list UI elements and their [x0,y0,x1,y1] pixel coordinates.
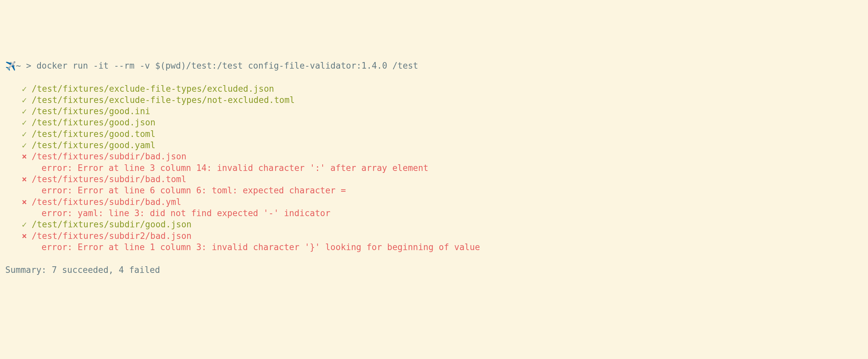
check-icon: ✓ [22,106,32,117]
result-line: ✓/test/fixtures/subdir/good.json [5,219,863,230]
error-message: error: Error at line 3 column 14: invali… [5,162,863,173]
error-message: error: Error at line 1 column 3: invalid… [5,242,863,253]
terminal-output: ✈️~ > docker run -it --rm -v $(pwd)/test… [5,49,863,287]
command-text: docker run -it --rm -v $(pwd)/test:/test… [37,61,418,71]
file-path: /test/fixtures/subdir/good.json [32,219,191,229]
result-line: ✓/test/fixtures/good.toml [5,128,863,140]
file-path: /test/fixtures/subdir/bad.json [32,151,187,161]
results-list: ✓/test/fixtures/exclude-file-types/exclu… [5,83,863,253]
check-icon: ✓ [22,94,32,106]
result-line: ✓/test/fixtures/good.yaml [5,140,863,151]
file-path: /test/fixtures/good.yaml [32,140,156,150]
error-message: error: Error at line 6 column 6: toml: e… [5,185,863,196]
check-icon: ✓ [22,117,32,128]
check-icon: ✓ [22,128,32,140]
file-path: /test/fixtures/good.toml [32,129,156,139]
prompt-prefix: ~ > [16,61,37,71]
file-path: /test/fixtures/exclude-file-types/exclud… [32,84,274,94]
file-path: /test/fixtures/good.json [32,117,156,127]
cross-icon: × [22,196,32,208]
airplane-icon: ✈️ [5,60,16,72]
result-line: ×/test/fixtures/subdir2/bad.json [5,230,863,242]
check-icon: ✓ [22,83,32,94]
cross-icon: × [22,173,32,185]
prompt-line: ✈️~ > docker run -it --rm -v $(pwd)/test… [5,60,863,72]
result-line: ✓/test/fixtures/exclude-file-types/not-e… [5,94,863,106]
cross-icon: × [22,151,32,162]
result-line: ×/test/fixtures/subdir/bad.toml [5,173,863,185]
file-path: /test/fixtures/subdir/bad.yml [32,197,181,207]
file-path: /test/fixtures/subdir/bad.toml [32,174,187,184]
result-line: ✓/test/fixtures/good.json [5,117,863,128]
result-line: ✓/test/fixtures/exclude-file-types/exclu… [5,83,863,94]
check-icon: ✓ [22,219,32,230]
file-path: /test/fixtures/good.ini [32,106,150,116]
error-message: error: yaml: line 3: did not find expect… [5,208,863,219]
file-path: /test/fixtures/subdir2/bad.json [32,231,191,241]
result-line: ×/test/fixtures/subdir/bad.json [5,151,863,162]
result-line: ×/test/fixtures/subdir/bad.yml [5,196,863,208]
cross-icon: × [22,230,32,242]
summary-line: Summary: 7 succeeded, 4 failed [5,264,863,276]
result-line: ✓/test/fixtures/good.ini [5,106,863,117]
check-icon: ✓ [22,140,32,151]
file-path: /test/fixtures/exclude-file-types/not-ex… [32,95,294,105]
